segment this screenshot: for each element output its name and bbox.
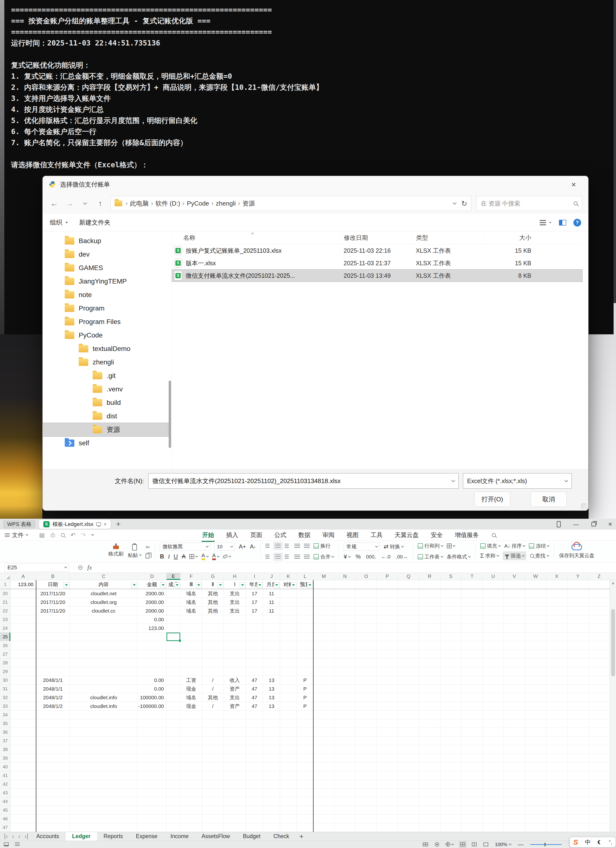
menu-tab-公式[interactable]: 公式	[274, 530, 287, 540]
grid-cell-I36[interactable]	[246, 728, 263, 737]
grid-cell-C41[interactable]	[70, 771, 138, 780]
col-header-U[interactable]: U	[483, 573, 504, 580]
grid-cell-O41[interactable]	[355, 771, 377, 780]
new-document-button[interactable]: +	[116, 520, 121, 529]
grid-cell-M45[interactable]	[313, 806, 335, 815]
grid-cell-R39[interactable]	[419, 754, 440, 762]
grid-cell-Q47[interactable]	[398, 823, 419, 832]
grid-cell-U25[interactable]	[483, 633, 504, 641]
grid-cell-W47[interactable]	[525, 823, 546, 832]
grid-cell-L1[interactable]: 预算	[297, 580, 313, 589]
grid-cell-U44[interactable]	[483, 797, 504, 806]
grid-cell-N30[interactable]	[335, 676, 355, 685]
grid-cell-D32[interactable]: 100000.00	[138, 693, 166, 702]
grid-cell-M46[interactable]	[313, 815, 335, 823]
col-header-L[interactable]: L	[297, 573, 313, 580]
grid-cell-B32[interactable]: 2048/1/2	[36, 693, 70, 702]
row-header-28[interactable]: 28	[0, 658, 10, 667]
normal-view-icon[interactable]	[460, 842, 465, 846]
grid-cell-K35[interactable]	[280, 719, 297, 728]
grid-cell-S33[interactable]	[440, 702, 462, 710]
grid-cell-X21[interactable]	[546, 598, 567, 606]
row-header-23[interactable]: 23	[0, 615, 10, 624]
grid-cell-K22[interactable]	[280, 606, 297, 615]
grid-cell-A39[interactable]	[10, 754, 36, 762]
decrease-decimal-button[interactable]: ←.0	[381, 554, 391, 560]
grid-cell-N23[interactable]	[335, 615, 355, 624]
page-break-view-icon[interactable]	[483, 842, 488, 846]
grid-cell-J37[interactable]	[263, 737, 280, 745]
breadcrumb-item[interactable]: 软件 (D:)	[154, 199, 182, 208]
grid-cell-D45[interactable]	[138, 806, 166, 815]
sheet-tab-Accounts[interactable]: Accounts	[30, 832, 66, 841]
col-header-M[interactable]: M	[313, 573, 335, 580]
grid-cell-F45[interactable]	[181, 806, 202, 815]
menu-tab-天翼云盘[interactable]: 天翼云盘	[394, 530, 419, 540]
grid-cell-V34[interactable]	[504, 710, 525, 719]
grid-cell-C1[interactable]: 内容	[70, 580, 138, 589]
grid-cell-C43[interactable]	[70, 789, 138, 797]
grid-cell-E40[interactable]	[166, 762, 181, 771]
col-header-E[interactable]: E	[166, 573, 181, 580]
grid-cell-X33[interactable]	[546, 702, 567, 710]
grid-cell-Z44[interactable]	[589, 797, 610, 806]
address-bar[interactable]: ›此电脑›软件 (D:)›PyCode›zhengli›资源 ↻	[110, 196, 471, 211]
grid-cell-B29[interactable]	[36, 667, 70, 676]
grid-cell-R33[interactable]	[419, 702, 440, 710]
grid-cell-L30[interactable]: P	[297, 676, 313, 685]
grid-cell-Z36[interactable]	[589, 728, 610, 737]
dialog-titlebar[interactable]: 选择微信支付账单 ×	[43, 176, 588, 193]
currency-button[interactable]: ¥	[344, 553, 350, 560]
preview-icon[interactable]	[61, 532, 65, 538]
grid-cell-V22[interactable]	[504, 606, 525, 615]
grid-cell-Q41[interactable]	[398, 771, 419, 780]
grid-cell-V37[interactable]	[504, 737, 525, 745]
grid-cell-L28[interactable]	[297, 658, 313, 667]
grid-cell-H1[interactable]: Ⅰ	[224, 580, 246, 589]
grid-cell-I44[interactable]	[246, 797, 263, 806]
grid-cell-N36[interactable]	[335, 728, 355, 737]
grid-cell-L40[interactable]	[297, 762, 313, 771]
indent-increase-icon[interactable]	[304, 544, 310, 548]
grid-cell-Q26[interactable]	[398, 641, 419, 650]
grid-cell-Z28[interactable]	[589, 658, 610, 667]
grid-cell-M44[interactable]	[313, 797, 335, 806]
grid-cell-O45[interactable]	[355, 806, 377, 815]
grid-cell-D34[interactable]	[138, 710, 166, 719]
grid-cell-K42[interactable]	[280, 780, 297, 789]
grid-cell-S46[interactable]	[440, 815, 462, 823]
grid-cell-S31[interactable]	[440, 685, 462, 693]
grid-cell-S39[interactable]	[440, 754, 462, 762]
grid-cell-E37[interactable]	[166, 737, 181, 745]
grid-cell-G20[interactable]: 其他	[202, 589, 224, 598]
grid-cell-Q27[interactable]	[398, 650, 419, 658]
grid-cell-Y30[interactable]	[567, 676, 589, 685]
sum-button[interactable]: Σ求和	[480, 552, 499, 559]
filename-input[interactable]: 微信支付账单流水文件(20251021-20251102)_2025110313…	[148, 473, 459, 489]
col-header-K[interactable]: K	[280, 573, 297, 580]
grid-cell-S24[interactable]	[440, 624, 462, 633]
grid-cell-H40[interactable]	[224, 762, 246, 771]
row-header-38[interactable]: 38	[0, 745, 10, 754]
grid-cell-A35[interactable]	[10, 719, 36, 728]
grid-cell-A45[interactable]	[10, 806, 36, 815]
grid-cell-F33[interactable]: 现金	[181, 702, 202, 710]
grid-cell-Z37[interactable]	[589, 737, 610, 745]
row-header-27[interactable]: 27	[0, 650, 10, 658]
grid-cell-L23[interactable]	[297, 615, 313, 624]
redo-icon[interactable]: ↷	[81, 532, 86, 538]
grid-cell-F28[interactable]	[181, 658, 202, 667]
grid-cell-V20[interactable]	[504, 589, 525, 598]
grid-cell-H22[interactable]: 支出	[224, 606, 246, 615]
grid-cell-G31[interactable]: /	[202, 685, 224, 693]
grid-cell-C26[interactable]	[70, 641, 138, 650]
grid-cell-T33[interactable]	[462, 702, 483, 710]
grid-cell-M24[interactable]	[313, 624, 335, 633]
grid-cell-H42[interactable]	[224, 780, 246, 789]
grid-cell-Y29[interactable]	[567, 667, 589, 676]
grid-cell-Q42[interactable]	[398, 780, 419, 789]
grid-cell-H21[interactable]: 支出	[224, 598, 246, 606]
grid-cell-G25[interactable]	[202, 633, 224, 641]
grid-cell-W1[interactable]	[525, 580, 546, 589]
grid-cell-V32[interactable]	[504, 693, 525, 702]
